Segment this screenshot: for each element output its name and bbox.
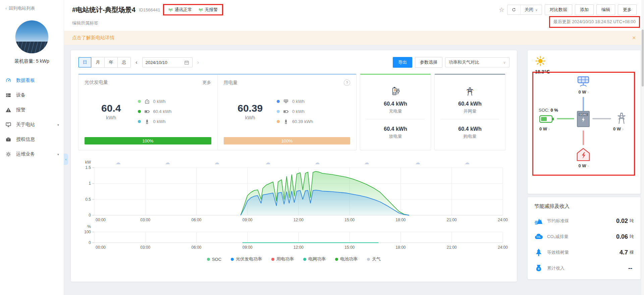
param-select-button[interactable]: 参数选择 — [415, 57, 442, 68]
last-update-time: 最后更新 2024/10/10 18:24:52 UTC+08:00 — [553, 19, 636, 24]
export-button[interactable]: 导出 — [393, 57, 412, 68]
sidebar-item-ops-services[interactable]: 运维业务 ▾ — [0, 147, 64, 162]
house-bolt-icon — [144, 99, 150, 104]
svg-text:1: 1 — [89, 181, 91, 186]
tab-total[interactable]: 总 — [117, 57, 130, 67]
tab-year[interactable]: 年 — [104, 57, 117, 67]
tree-icon — [534, 248, 543, 257]
battery-power-value[interactable]: 0 W › — [539, 126, 550, 131]
energy-flow-annotation-box: 0 W › SOC: 0 % 0 W › DC/AC 0 W › — [532, 72, 635, 176]
date-picker[interactable]: 2024/10/10 — [142, 57, 193, 67]
discharge-label: 放电量 — [389, 133, 402, 139]
monitor-icon — [5, 122, 11, 128]
svg-text:18:00: 18:00 — [395, 245, 406, 250]
sidebar-item-license-info[interactable]: 授权信息 — [0, 132, 64, 147]
svg-text:☁: ☁ — [415, 160, 420, 165]
consumption-progress-bar: 100% — [224, 137, 351, 144]
co2-cloud-icon: CO₂ — [534, 232, 543, 241]
sidebar-item-devices[interactable]: 设备 — [0, 88, 64, 103]
svg-text:%: % — [87, 224, 91, 229]
gear-icon — [5, 151, 11, 157]
pv-power-value[interactable]: 0 W › — [533, 90, 634, 95]
svg-text:kW: kW — [85, 160, 91, 165]
trees-planted-row: 等效植树量 4.7棵 — [534, 248, 634, 257]
help-icon[interactable]: ? — [344, 79, 350, 86]
svg-text:☁: ☁ — [465, 160, 470, 165]
back-to-station-list[interactable]: ‹回到电站列表 — [0, 0, 64, 11]
station-avatar — [15, 20, 49, 54]
load-power-value[interactable]: 0 W › — [533, 163, 634, 168]
sidebar-collapse-handle[interactable]: ‹ — [64, 154, 68, 165]
svg-text:15:00: 15:00 — [344, 245, 355, 250]
legend-item[interactable]: 电池功率 — [335, 256, 358, 262]
consumption-total: 60.39 kWh — [224, 103, 277, 120]
solar-panel-icon — [283, 99, 289, 104]
use-from-grid-row: 60.39 kWh — [277, 119, 350, 124]
tab-day[interactable]: 日 — [78, 57, 91, 67]
svg-text:03:00: 03:00 — [140, 245, 150, 250]
favorite-star-icon[interactable]: ☆ — [499, 6, 504, 13]
chevron-down-icon: ∨ — [535, 8, 538, 12]
load-flow-line — [583, 130, 584, 145]
soc-label: SOC: 0 % — [539, 108, 558, 113]
edit-tags-link[interactable]: 编辑所属标签 — [72, 20, 98, 26]
refresh-icon — [512, 7, 516, 12]
sidebar-item-dashboard[interactable]: 数据看板 — [0, 73, 64, 88]
page-scrollbar[interactable] — [641, 0, 644, 295]
chevron-down-icon[interactable]: ▾ — [57, 123, 59, 127]
legend-item[interactable]: 天气 — [367, 256, 381, 262]
svg-text:☁: ☁ — [265, 160, 270, 165]
pv-progress-bar: 100% — [85, 137, 211, 144]
power-weather-chart[interactable]: ☁☁☁☁☁☁☁☁00:0003:0006:0009:0012:0015:0018… — [78, 158, 509, 262]
prev-date-arrow[interactable]: ‹ — [136, 59, 138, 66]
more-link[interactable]: 更多 — [203, 79, 211, 85]
pv-generation-title: 光伏发电量 — [85, 79, 108, 85]
grid-tower-icon — [464, 85, 476, 98]
sidebar-item-alarms[interactable]: 报警 — [0, 103, 64, 117]
purchase-label: 购电量 — [464, 133, 477, 139]
svg-text:24:00: 24:00 — [498, 245, 508, 250]
edit-button[interactable]: 编辑 — [596, 4, 615, 15]
discharge-value: 60.4 kWh — [384, 126, 407, 132]
svg-text:24:00: 24:00 — [498, 218, 508, 222]
refresh-button[interactable] — [507, 5, 520, 14]
chart-mode-select[interactable]: 功率和天气对比 ∨ — [445, 57, 509, 67]
pv-total: 60.4 kWh — [85, 103, 138, 120]
chevron-down-icon: ∨ — [503, 60, 506, 65]
flow-load-icon — [576, 147, 591, 162]
legend-item[interactable]: SOC — [207, 256, 221, 262]
svg-text:1.5: 1.5 — [85, 165, 91, 170]
legend-item[interactable]: 电网功率 — [303, 256, 326, 262]
legend-item[interactable]: 用电功率 — [271, 256, 294, 262]
svg-text:☁: ☁ — [165, 160, 170, 165]
tab-month[interactable]: 月 — [91, 57, 104, 67]
scrollbar-thumb[interactable] — [642, 30, 644, 86]
charge-value: 60.4 kWh — [384, 101, 407, 107]
chevron-down-icon[interactable]: ▾ — [57, 153, 59, 156]
sidebar-item-about-station[interactable]: 关于电站 ▾ — [0, 117, 64, 132]
status-annotation-box: 通讯正常 无报警 — [163, 4, 223, 15]
co2-reduction-row: CO₂ CO₂减排量 0.06吨 — [534, 232, 634, 241]
svg-text:21:00: 21:00 — [447, 218, 457, 222]
signal-icon — [198, 7, 203, 12]
page-title: #电站统计-典型场景4 — [72, 5, 136, 14]
power-tower-icon — [283, 119, 289, 124]
grid-power-value[interactable]: 0 W › — [613, 126, 624, 131]
battery-energy-card: 60.4 kWh 充电量 60.4 kWh 放电量 — [360, 74, 431, 150]
consumption-section: 用电量 ? 60.39 kWh 0 kWh — [217, 75, 357, 150]
legend-item[interactable]: 光伏发电功率 — [231, 256, 262, 262]
more-button[interactable]: 更多 — [618, 4, 637, 15]
signal-icon — [168, 7, 173, 12]
svg-text:¥: ¥ — [538, 267, 539, 271]
money-bag-icon: ¥ — [534, 264, 543, 273]
pv-to-load-row: 0 kWh — [138, 99, 211, 104]
total-revenue-row: ¥ 累计收入 -- — [534, 264, 634, 273]
close-dropdown-button[interactable]: 关闭∨ — [520, 5, 542, 14]
next-date-arrow[interactable]: › — [197, 59, 199, 66]
add-button[interactable]: 添加 — [575, 4, 594, 15]
notice-link[interactable]: 点击了解新电站详情 — [72, 35, 114, 41]
consumption-title: 用电量 — [224, 80, 238, 86]
close-icon[interactable]: ✕ — [632, 35, 636, 41]
compare-data-button[interactable]: 对比数据 — [545, 4, 572, 15]
grid-energy-card: 60.4 kWh 并网量 60.4 kWh 购电量 — [434, 74, 505, 150]
